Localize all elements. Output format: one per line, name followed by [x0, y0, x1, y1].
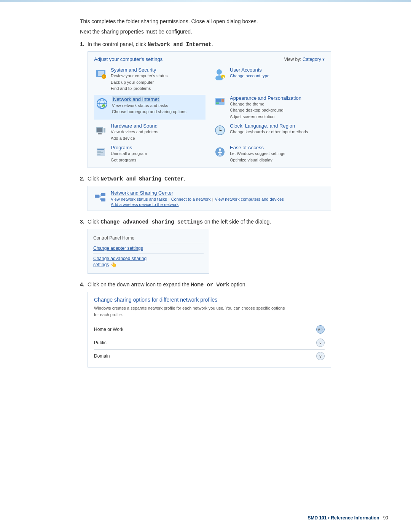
cp-grid: ! System and Security Review your comput…	[94, 67, 325, 163]
cp-clock-title[interactable]: Clock, Language, and Region	[230, 123, 295, 129]
cp-network-internet-content: Network and Internet View network status…	[112, 96, 186, 115]
svg-rect-29	[97, 151, 101, 152]
svg-point-26	[220, 130, 221, 131]
svg-point-43	[99, 195, 101, 197]
cp-hardware-title[interactable]: Hardware and Sound	[111, 123, 158, 129]
hardware-sound-icon	[94, 123, 108, 137]
step-1-text: In the control panel, click Network and …	[88, 41, 213, 48]
appearance-icon	[213, 96, 227, 109]
cp-item-programs: Programs Uninstall a program Get program…	[94, 144, 206, 163]
step-4-header: 4. Click on the down arrow icon to expan…	[80, 281, 331, 288]
chevron-down-icon: ∨	[317, 327, 320, 332]
svg-rect-20	[97, 128, 102, 132]
svg-text:✓: ✓	[103, 105, 105, 107]
footer-label: SMD 101 • Reference Information	[307, 515, 379, 521]
step-3-header: 3. Click Change advanced sharing setting…	[80, 219, 331, 225]
cas-settings-link[interactable]: settings	[93, 262, 109, 267]
cp-user-accounts-title[interactable]: User Accounts	[230, 67, 262, 73]
cp-item-clock: Clock, Language, and Region Change keybo…	[213, 123, 325, 141]
profile-row-domain: Domain ∨	[94, 350, 325, 363]
cas-advanced-link[interactable]: Change advanced sharing	[93, 256, 147, 261]
step-4: 4. Click on the down arrow icon to expan…	[80, 281, 331, 367]
cas-adapter-settings: Change adapter settings	[93, 243, 204, 254]
cp-system-sub2: Back up your computer	[111, 79, 167, 86]
public-chevron-button[interactable]: ∨	[316, 339, 325, 347]
cas-advanced-sharing: Change advanced sharing settings 👆	[93, 254, 204, 270]
cp-item-hardware: Hardware and Sound View devices and prin…	[94, 123, 206, 141]
cp-ease-title[interactable]: Ease of Access	[230, 145, 264, 150]
cp-programs-sub2: Get programs	[111, 157, 147, 163]
nsc-content: Network and Sharing Center View network …	[111, 190, 284, 207]
svg-rect-17	[221, 99, 224, 102]
nsc-title[interactable]: Network and Sharing Center	[111, 190, 284, 196]
nsc-icon	[93, 191, 107, 204]
cp-hardware-sub2: Add a device	[111, 135, 158, 142]
svg-rect-21	[104, 128, 105, 133]
nsc-links-row: View network status and tasks | Connect …	[111, 197, 284, 201]
home-chevron-button[interactable]: ∨ ☞	[316, 325, 325, 334]
cp-view-by: View by: Category ▾	[284, 57, 325, 62]
cp-clock-sub1: Change keyboards or other input methods	[230, 129, 308, 135]
profile-row-home: Home or Work ∨ ☞	[94, 323, 325, 336]
cp-ease-content: Ease of Access Let Windows suggest setti…	[230, 144, 285, 163]
page-content: This completes the folder sharing permis…	[0, 2, 411, 398]
footer: SMD 101 • Reference Information 90	[0, 515, 411, 521]
cp-hardware-sub1: View devices and printers	[111, 129, 158, 135]
profiles-box: Change sharing options for different net…	[88, 292, 331, 367]
step-2: 2. Click Network and Sharing Center. Net…	[80, 176, 331, 211]
domain-chevron-button[interactable]: ∨	[316, 352, 325, 360]
cp-programs-title[interactable]: Programs	[111, 145, 132, 150]
cp-appearance-sub1: Change the theme	[230, 101, 301, 107]
cp-network-sub1: View network status and tasks	[112, 102, 186, 109]
cp-item-appearance: Appearance and Personalization Change th…	[213, 95, 325, 120]
cp-item-network-internet: ✓ Network and Internet View network stat…	[94, 95, 206, 120]
cas-box: Control Panel Home Change adapter settin…	[88, 229, 209, 274]
svg-rect-39	[101, 193, 105, 196]
nsc-link1[interactable]: View network status and tasks	[111, 197, 167, 201]
step-4-number: 4.	[80, 281, 88, 288]
cp-category-link[interactable]: Category ▾	[303, 57, 325, 62]
cursor-finger-icon: ☞	[320, 328, 323, 331]
cp-adjust-title: Adjust your computer's settings	[94, 56, 162, 62]
cp-clock-content: Clock, Language, and Region Change keybo…	[230, 123, 308, 135]
nsc-box: Network and Sharing Center View network …	[88, 186, 331, 211]
profile-domain-label: Domain	[94, 353, 110, 359]
nsc-link2[interactable]: Connect to a network	[171, 197, 211, 201]
svg-rect-40	[101, 198, 105, 201]
nsc-link3[interactable]: View network computers and devices	[215, 197, 284, 201]
svg-rect-16	[216, 99, 221, 102]
cursor-icon: 👆	[110, 261, 117, 267]
intro-line2: Next the sharing properties must be conf…	[80, 28, 331, 36]
cp-system-sub1: Review your computer's status	[111, 73, 167, 79]
cp-ease-sub1: Let Windows suggest settings	[230, 150, 285, 157]
intro-line1: This completes the folder sharing permis…	[80, 18, 331, 26]
cp-programs-sub1: Uninstall a program	[111, 150, 147, 157]
cp-appearance-sub2: Change desktop background	[230, 107, 301, 113]
cp-item-system-security: ! System and Security Review your comput…	[94, 67, 206, 92]
nsc-add-link[interactable]: Add a wireless device to the network	[111, 202, 284, 207]
step-4-text: Click on the down arrow icon to expand t…	[88, 281, 247, 288]
cp-network-internet-title[interactable]: Network and Internet	[112, 96, 160, 102]
profiles-desc: Windows creates a separate network profi…	[94, 305, 325, 318]
svg-point-4	[217, 69, 222, 75]
step-1-number: 1.	[80, 41, 88, 47]
cp-header-row: Adjust your computer's settings View by:…	[94, 56, 325, 62]
step-2-text: Click Network and Sharing Center.	[88, 176, 185, 182]
svg-rect-30	[97, 152, 103, 153]
cp-appearance-title[interactable]: Appearance and Personalization	[230, 95, 301, 101]
cp-system-security-content: System and Security Review your computer…	[111, 67, 167, 92]
cp-item-ease: Ease of Access Let Windows suggest setti…	[213, 144, 325, 163]
footer-page: 90	[383, 515, 388, 521]
svg-text:★: ★	[222, 75, 225, 79]
step-1-header: 1. In the control panel, click Network a…	[80, 41, 331, 48]
cp-appearance-sub3: Adjust screen resolution	[230, 113, 301, 120]
cp-system-security-title[interactable]: System and Security	[111, 67, 156, 73]
cas-adapter-link[interactable]: Change adapter settings	[93, 246, 143, 251]
cp-item-user-accounts: ★ User Accounts Change account type	[213, 67, 325, 92]
cp-ease-sub2: Optimize visual display	[230, 157, 285, 163]
profile-row-public: Public ∨	[94, 336, 325, 350]
control-panel-box: Adjust your computer's settings View by:…	[88, 51, 331, 168]
cp-programs-content: Programs Uninstall a program Get program…	[111, 144, 147, 163]
programs-icon	[94, 145, 108, 159]
cp-change-account-link[interactable]: Change account type	[230, 73, 269, 79]
